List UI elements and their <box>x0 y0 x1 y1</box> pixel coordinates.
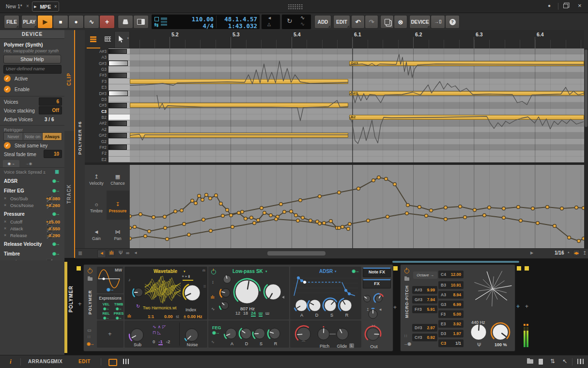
key-F2[interactable] <box>108 150 130 156</box>
wavetable-name[interactable]: Two Harmonics.wt <box>143 305 176 310</box>
duplicate-button[interactable] <box>380 15 394 29</box>
modulator-name[interactable]: Filter EG <box>4 188 24 193</box>
steal-same-key-checkbox[interactable]: ✓ <box>4 142 11 149</box>
key-G#2[interactable] <box>108 133 127 138</box>
expression-slot-pres[interactable]: PRES◉→ <box>113 311 124 320</box>
lane-pan-icon[interactable]: ⋈ <box>110 229 125 235</box>
cell-value[interactable]: 8.94 <box>453 292 461 297</box>
modulator-out-icon[interactable]: ◉→ <box>52 188 60 193</box>
sub-octave--2[interactable]: -2 <box>166 339 170 344</box>
feg-attack-knob[interactable] <box>223 325 239 342</box>
tab-clip[interactable]: CLIP <box>66 73 72 86</box>
filter-slope-18[interactable]: 18 <box>243 311 248 316</box>
onscreen-keyboard-icon[interactable] <box>577 359 584 364</box>
key-D3[interactable] <box>108 96 130 102</box>
tab-project-close-icon[interactable]: × <box>26 3 29 9</box>
amp-release-knob[interactable] <box>337 297 355 314</box>
filter-slope-selector[interactable]: 121824ШШ <box>235 311 272 316</box>
polymer-remote-icon[interactable]: ∷ <box>88 335 91 339</box>
add-fx2-icon[interactable]: + <box>525 303 528 310</box>
filter-slope-24[interactable]: 24 <box>251 311 256 317</box>
mappings-icon[interactable]: ⇅ <box>550 358 555 365</box>
filter-type-caret-icon[interactable]: ▾ <box>265 270 267 273</box>
tab-project[interactable]: New 1* <box>6 3 22 9</box>
sub-octave--1[interactable]: -1 <box>158 339 162 345</box>
lane-velocity-icon[interactable]: ↥ <box>89 174 104 180</box>
cell-value[interactable]: 5.00 <box>453 312 461 317</box>
env-type-caret-icon[interactable]: ▾ <box>335 270 337 273</box>
micropitch-cell-F3[interactable]: F35.00 <box>438 310 464 318</box>
octave-header-cell[interactable]: Octave → <box>413 272 437 279</box>
osc-fine-value[interactable]: ± 0.00 Hz <box>184 314 202 319</box>
cell-value[interactable]: 9.99 <box>427 288 435 292</box>
micropitch-remote-icon[interactable]: ∷ <box>404 334 407 338</box>
play-button[interactable]: ▶ <box>37 15 53 29</box>
layers-icon[interactable]: ≣ <box>78 250 82 256</box>
fit-view-icon[interactable]: ↥ <box>583 250 587 256</box>
retrigger-option-always[interactable]: Always <box>42 132 62 141</box>
wave-follow2-icon[interactable]: ∿ <box>300 21 305 27</box>
filter-slope-12[interactable]: 12 <box>235 311 240 316</box>
key-A2[interactable] <box>108 127 130 132</box>
filter-type-select[interactable]: Low-pass SK <box>232 269 263 274</box>
single-panel-layout-icon[interactable] <box>108 359 117 366</box>
expression-slot-vel[interactable]: VEL◉→ <box>101 302 111 311</box>
enable-checkbox[interactable]: ✓ <box>4 86 11 93</box>
follow-icon[interactable]: ⇆ <box>154 22 158 28</box>
sub-octave-0[interactable]: 0 <box>153 339 155 344</box>
lane-pan-button[interactable]: Pan <box>107 236 128 241</box>
key-C#3[interactable] <box>108 103 127 108</box>
env-type-select[interactable]: ADSR <box>319 269 333 274</box>
pitch-env-knob[interactable] <box>294 324 313 344</box>
note-list-view-icon[interactable] <box>90 36 96 38</box>
adsr-envelope-graph[interactable] <box>292 274 359 298</box>
expression-slot-rel[interactable]: REL◉→ <box>101 311 111 320</box>
metronome-small-icon[interactable]: △ <box>267 22 271 27</box>
view-button-edit[interactable]: EDIT <box>78 359 91 364</box>
micropitch-cell-G#3[interactable]: G#37.94 <box>412 296 437 304</box>
ref-freq-knob[interactable] <box>468 321 489 343</box>
modulator-name[interactable]: Timbre <box>4 251 20 256</box>
feg-sustain-knob[interactable] <box>251 325 268 342</box>
redo-button[interactable]: ↷ <box>365 15 378 29</box>
tab-track[interactable]: TRACK <box>66 184 72 204</box>
user-name-input[interactable]: User-defined name <box>3 65 62 74</box>
link-icon[interactable]: ∞ <box>126 250 129 256</box>
osc-ratio-value[interactable]: 1:1 <box>148 314 154 319</box>
osc-mini-icons[interactable]: ∗▸▮ <box>182 274 191 278</box>
target-remove-icon[interactable]: × <box>4 233 6 238</box>
note-G#2[interactable] <box>130 133 348 138</box>
modulator-name[interactable]: ADSR <box>4 178 17 184</box>
fx-slot[interactable]: FX <box>363 279 391 288</box>
lane-pressure-icon[interactable]: ↧ <box>110 201 125 208</box>
key-B2[interactable] <box>108 114 130 120</box>
tab-mpe-close-icon[interactable]: × <box>54 4 57 9</box>
add-fx-icon[interactable]: + <box>516 303 520 310</box>
micropitch-cell-C#3[interactable]: C#30.92 <box>412 334 437 341</box>
window-restore-icon[interactable] <box>563 4 568 8</box>
retrigger-option-note-on[interactable]: Note on <box>23 132 43 141</box>
scroll-right-icon[interactable]: ▶ <box>530 251 533 255</box>
micropitch-cell-B3[interactable]: B310.91 <box>438 281 464 289</box>
position-display[interactable]: 48.1.4.57 <box>217 16 257 23</box>
voice-stacking-value[interactable]: Off <box>39 106 62 114</box>
micropitch-device-name[interactable]: MICRO-PITCH <box>404 285 409 318</box>
timecode-display[interactable]: 1:43.032 <box>217 22 257 30</box>
micropitch-cell-E3[interactable]: E33.92 <box>438 320 464 328</box>
steal-fade-value[interactable]: 10 <box>44 150 62 158</box>
editor-hscrollbar[interactable] <box>267 251 325 256</box>
polymer-preset-icon[interactable] <box>88 277 93 281</box>
cell-value[interactable]: 1.97 <box>453 331 461 336</box>
key-C3[interactable] <box>108 109 130 114</box>
lane-pressure-button[interactable]: Pressure <box>107 208 128 213</box>
out-knob[interactable] <box>364 325 382 343</box>
modulator-out-icon[interactable]: ◉→ <box>52 211 60 216</box>
modulator-name[interactable]: Pressure <box>4 211 25 217</box>
fork-small-icon[interactable]: Ψ <box>477 342 481 348</box>
track-add-device-icon[interactable]: + <box>78 300 82 307</box>
snap-icon[interactable]: ◂▸ <box>573 250 580 256</box>
cell-value[interactable]: 5.91 <box>427 307 435 312</box>
voices-value[interactable]: 6 <box>39 97 62 106</box>
micropitch-power-icon[interactable] <box>404 269 409 273</box>
osc-type-select[interactable]: Wavetable <box>154 269 177 274</box>
